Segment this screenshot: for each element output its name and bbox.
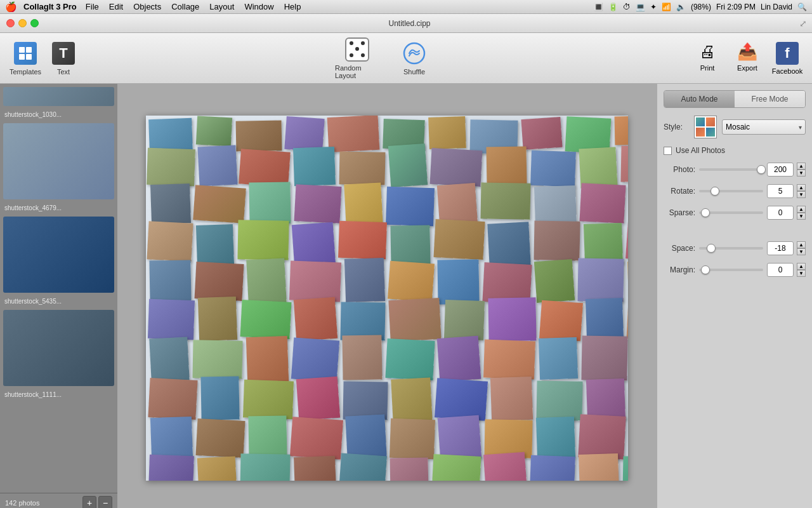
window-resize-icon[interactable]: ⤢ — [774, 18, 812, 29]
chevron-down-icon: ▾ — [799, 124, 802, 131]
text-label: Text — [57, 68, 70, 76]
menu-window[interactable]: Window — [239, 2, 278, 11]
maximize-button[interactable] — [30, 19, 39, 27]
style-value: Mosaic — [726, 123, 750, 131]
sparse-slider[interactable] — [699, 211, 763, 214]
menubar-search-icon[interactable]: 🔍 — [797, 3, 807, 11]
window-chrome: Untitled.cipp ⤢ — [0, 14, 812, 33]
window-title: Untitled.cipp — [45, 19, 774, 28]
photo-slider-thumb[interactable] — [757, 165, 766, 174]
photo-decrement[interactable]: ▼ — [797, 170, 806, 177]
photo-value: 200 — [767, 163, 794, 177]
sidebar: shutterstock_1030... shutterstock_4679..… — [0, 84, 117, 508]
export-button[interactable]: 📤 Export — [729, 42, 766, 75]
list-item[interactable] — [3, 123, 114, 199]
photo-label: shutterstock_1111... — [3, 389, 114, 400]
menubar-sound-icon: 🔈 — [676, 3, 686, 11]
space-slider-row: Space: -18 ▲ ▼ — [664, 241, 806, 255]
menubar-timemachine-icon: ⏱ — [623, 3, 631, 11]
add-photo-button[interactable]: + — [82, 496, 96, 508]
apple-menu[interactable]: 🍎 — [5, 1, 17, 13]
rotate-slider-row: Rotate: 5 ▲ ▼ — [664, 184, 806, 198]
menu-collage[interactable]: Collage — [166, 2, 204, 11]
facebook-button[interactable]: f Facebook — [769, 42, 806, 75]
menubar-display-icon: 💻 — [636, 3, 645, 11]
photo-label: shutterstock_1030... — [3, 109, 114, 120]
templates-icon — [13, 41, 37, 65]
collage-canvas[interactable] — [146, 116, 628, 481]
sidebar-footer-buttons: + − — [82, 496, 112, 508]
menubar: 🍎 CollagIt 3 Pro File Edit Objects Colla… — [0, 0, 812, 14]
space-slider-thumb[interactable] — [707, 244, 716, 253]
rotate-slider[interactable] — [699, 190, 763, 192]
canvas-area — [117, 84, 657, 508]
menubar-mirroring-icon: 🔳 — [594, 3, 603, 11]
app-name[interactable]: CollagIt 3 Pro — [23, 2, 77, 11]
remove-photo-button[interactable]: − — [98, 496, 112, 508]
toolbar: Templates T Text Random Layout Shu — [0, 33, 812, 84]
margin-slider[interactable] — [699, 269, 763, 271]
sparse-slider-thumb[interactable] — [701, 208, 710, 217]
print-label: Print — [700, 64, 715, 72]
sparse-increment[interactable]: ▲ — [797, 206, 806, 213]
space-decrement[interactable]: ▼ — [797, 248, 806, 255]
svg-rect-2 — [19, 54, 25, 60]
sidebar-footer: 142 photos + − — [0, 493, 117, 508]
svg-rect-1 — [26, 47, 32, 53]
photo-stepper: ▲ ▼ — [797, 163, 806, 177]
auto-mode-button[interactable]: Auto Mode — [664, 91, 735, 107]
free-mode-button[interactable]: Free Mode — [735, 91, 805, 107]
margin-value: 0 — [767, 263, 794, 277]
list-item[interactable] — [3, 310, 114, 386]
list-item[interactable] — [3, 217, 114, 293]
rotate-slider-thumb[interactable] — [710, 187, 719, 196]
photo-increment[interactable]: ▲ — [797, 163, 806, 170]
space-label: Space: — [664, 244, 695, 253]
margin-increment[interactable]: ▲ — [797, 263, 806, 270]
style-dropdown[interactable]: Mosaic ▾ — [722, 119, 806, 135]
list-item[interactable] — [3, 87, 114, 106]
margin-stepper: ▲ ▼ — [797, 263, 806, 277]
style-row: Style: Mosaic ▾ — [664, 116, 806, 138]
space-slider[interactable] — [699, 247, 763, 250]
close-button[interactable] — [6, 19, 15, 27]
photo-label: shutterstock_5435... — [3, 296, 114, 307]
rotate-stepper: ▲ ▼ — [797, 184, 806, 198]
mode-buttons: Auto Mode Free Mode — [664, 90, 806, 108]
sparse-label: Sparse: — [664, 208, 695, 217]
facebook-icon: f — [776, 42, 799, 65]
use-all-photos-checkbox[interactable] — [664, 147, 672, 155]
shuffle-button[interactable]: Shuffle — [392, 41, 436, 76]
shuffle-label: Shuffle — [403, 68, 425, 76]
menu-help[interactable]: Help — [279, 2, 306, 11]
menu-layout[interactable]: Layout — [204, 2, 239, 11]
margin-slider-thumb[interactable] — [701, 265, 710, 274]
menu-edit[interactable]: Edit — [104, 2, 128, 11]
space-increment[interactable]: ▲ — [797, 241, 806, 248]
right-panel: Auto Mode Free Mode Style: Mosaic ▾ Use … — [657, 84, 812, 508]
menubar-wifi-icon: 📶 — [662, 3, 671, 11]
minimize-button[interactable] — [18, 19, 27, 27]
shuffle-icon — [402, 41, 426, 65]
menu-objects[interactable]: Objects — [128, 2, 166, 11]
templates-label: Templates — [10, 68, 41, 76]
svg-rect-0 — [19, 47, 25, 53]
photo-slider[interactable] — [699, 168, 763, 171]
toolbar-right-actions: 🖨 Print 📤 Export f Facebook — [689, 42, 806, 75]
sparse-decrement[interactable]: ▼ — [797, 213, 806, 220]
style-label: Style: — [664, 123, 689, 131]
margin-decrement[interactable]: ▼ — [797, 270, 806, 277]
export-icon: 📤 — [737, 42, 757, 62]
rotate-decrement[interactable]: ▼ — [797, 191, 806, 198]
style-grid-selector[interactable] — [694, 116, 717, 138]
traffic-lights — [0, 14, 45, 32]
menu-file[interactable]: File — [81, 2, 104, 11]
menubar-battery-pct: (98%) — [691, 3, 711, 11]
rotate-increment[interactable]: ▲ — [797, 184, 806, 191]
text-button[interactable]: T Text — [44, 36, 82, 81]
menubar-datetime: Fri 2:09 PM — [716, 3, 756, 11]
print-button[interactable]: 🖨 Print — [689, 42, 726, 75]
menubar-bluetooth-icon: ✦ — [650, 3, 657, 11]
templates-button[interactable]: Templates — [6, 36, 44, 81]
random-layout-button[interactable]: Random Layout — [335, 37, 379, 79]
